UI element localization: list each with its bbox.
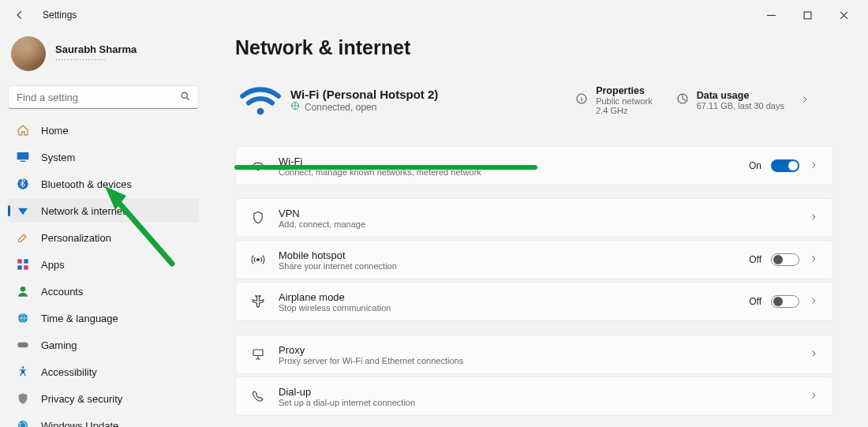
svg-rect-0 <box>804 12 811 19</box>
card-title: Wi-Fi <box>279 155 736 167</box>
svg-rect-3 <box>21 161 26 162</box>
hero-state: Connected, open <box>305 102 376 113</box>
card-title: Dial-up <box>279 386 796 398</box>
profile-name: Saurabh Sharma <box>55 43 137 55</box>
proxy-icon <box>250 347 266 361</box>
card-title: Airplane mode <box>279 291 736 303</box>
connection-hero: Wi-Fi (Personal Hotspot 2) Connected, op… <box>235 73 833 127</box>
window-close-button[interactable] <box>825 0 862 30</box>
chevron-right-icon <box>809 253 818 267</box>
card-wifi[interactable]: Wi-Fi Connect, manage known networks, me… <box>235 146 833 185</box>
page-title: Network & internet <box>235 36 833 59</box>
dialup-icon <box>250 389 266 403</box>
chevron-right-icon <box>809 294 818 309</box>
sidebar-item-label: Home <box>41 125 69 137</box>
bluetooth-icon <box>16 177 30 191</box>
sidebar-item-update[interactable]: Windows Update <box>8 414 199 427</box>
svg-rect-20 <box>253 350 263 356</box>
sidebar-item-personalization[interactable]: Personalization <box>8 226 199 249</box>
back-button[interactable] <box>11 6 28 24</box>
airplane-state-text: Off <box>749 296 761 307</box>
wifi-toggle[interactable] <box>771 159 799 172</box>
airplane-icon <box>250 294 266 309</box>
card-proxy[interactable]: Proxy Proxy server for Wi-Fi and Etherne… <box>235 335 833 374</box>
sidebar-item-time-language[interactable]: Time & language <box>8 306 199 330</box>
sidebar-item-label: Privacy & security <box>41 393 122 405</box>
card-vpn[interactable]: VPN Add, connect, manage <box>235 198 833 238</box>
svg-rect-5 <box>17 259 21 263</box>
card-subtitle: Share your internet connection <box>279 261 736 271</box>
home-icon <box>16 123 30 137</box>
card-mobile-hotspot[interactable]: Mobile hotspot Share your internet conne… <box>235 240 833 279</box>
chevron-right-icon <box>809 389 818 403</box>
sidebar-item-network[interactable]: Network & internet <box>8 199 199 223</box>
sidebar-item-label: Time & language <box>41 313 118 324</box>
svg-point-1 <box>181 92 187 98</box>
svg-rect-8 <box>24 265 28 269</box>
window-maximize-button[interactable] <box>789 0 825 30</box>
sidebar-item-home[interactable]: Home <box>8 118 199 142</box>
svg-point-9 <box>21 287 26 292</box>
usage-label: Data usage <box>697 90 784 101</box>
sidebar-item-bluetooth[interactable]: Bluetooth & devices <box>8 172 199 196</box>
sidebar-item-privacy[interactable]: Privacy & security <box>8 387 199 410</box>
svg-rect-11 <box>17 343 28 348</box>
hero-properties[interactable]: Properties Public network 2.4 GHz <box>575 85 676 115</box>
data-usage-icon <box>676 92 689 108</box>
privacy-icon <box>16 391 30 406</box>
sidebar-item-accounts[interactable]: Accounts <box>8 279 199 303</box>
vpn-icon <box>250 211 266 225</box>
chevron-right-icon <box>800 93 810 107</box>
card-title: VPN <box>279 208 796 219</box>
update-icon <box>16 418 30 427</box>
sidebar-item-system[interactable]: System <box>8 145 199 169</box>
hotspot-state-text: Off <box>749 254 761 265</box>
card-airplane-mode[interactable]: Airplane mode Stop wireless communicatio… <box>235 282 833 321</box>
svg-rect-2 <box>17 152 29 159</box>
airplane-toggle[interactable] <box>771 295 799 308</box>
card-dialup[interactable]: Dial-up Set up a dial-up internet connec… <box>235 376 833 416</box>
usage-sub: 67.11 GB, last 30 days <box>697 101 784 110</box>
network-icon <box>16 204 30 218</box>
sidebar-item-label: Accessibility <box>41 366 97 378</box>
hotspot-toggle[interactable] <box>771 253 799 266</box>
card-subtitle: Set up a dial-up internet connection <box>279 398 796 407</box>
card-title: Mobile hotspot <box>279 249 736 261</box>
sidebar-item-apps[interactable]: Apps <box>8 253 199 276</box>
sidebar: Saurabh Sharma ················· Home <box>0 30 207 427</box>
gaming-icon <box>16 338 30 352</box>
svg-rect-6 <box>24 259 28 263</box>
time-language-icon <box>16 311 30 325</box>
card-title: Proxy <box>279 344 796 356</box>
sidebar-item-label: Gaming <box>41 339 77 351</box>
svg-point-19 <box>257 259 260 261</box>
profile-email: ················· <box>55 55 137 64</box>
sidebar-nav: Home System Bluetooth & devices Network … <box>8 118 199 427</box>
card-subtitle: Add, connect, manage <box>279 219 796 229</box>
personalization-icon <box>16 230 30 245</box>
wifi-icon <box>250 159 266 173</box>
properties-label: Properties <box>596 85 653 96</box>
search-input[interactable] <box>8 85 199 109</box>
titlebar: Settings <box>0 0 868 30</box>
hotspot-icon <box>250 253 266 267</box>
svg-point-14 <box>257 108 264 115</box>
sidebar-item-accessibility[interactable]: Accessibility <box>8 360 199 384</box>
sidebar-item-gaming[interactable]: Gaming <box>8 333 199 357</box>
info-icon <box>575 92 588 108</box>
wifi-state-text: On <box>749 160 761 171</box>
card-subtitle: Proxy server for Wi-Fi and Ethernet conn… <box>279 356 796 365</box>
svg-point-12 <box>22 366 24 369</box>
chevron-right-icon <box>809 347 818 361</box>
hero-data-usage[interactable]: Data usage 67.11 GB, last 30 days <box>676 90 833 110</box>
properties-sub2: 2.4 GHz <box>596 106 653 115</box>
sidebar-item-label: Network & internet <box>41 205 125 217</box>
svg-rect-7 <box>17 265 21 269</box>
profile-block[interactable]: Saurabh Sharma ················· <box>8 35 199 85</box>
sidebar-item-label: Windows Update <box>41 420 118 428</box>
chevron-right-icon <box>809 159 818 173</box>
accessibility-icon <box>16 365 30 379</box>
window-title: Settings <box>43 9 77 21</box>
search-box[interactable] <box>8 85 199 109</box>
window-minimize-button[interactable] <box>753 0 789 30</box>
